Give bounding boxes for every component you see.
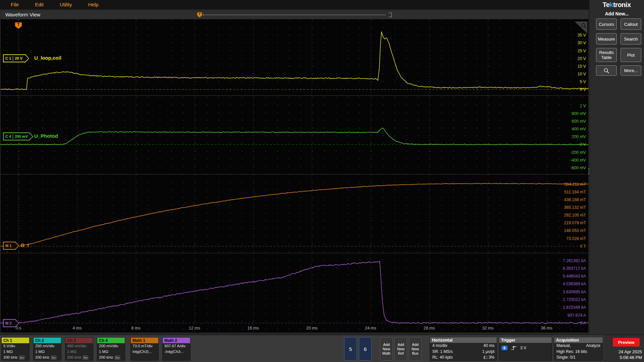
trace-m1 bbox=[1, 183, 588, 246]
scale-label: 800 mV bbox=[572, 111, 586, 116]
bottom-badge-math2[interactable]: Math 2907.67 A/div-Intg(Ch3... bbox=[162, 337, 191, 361]
callout-button[interactable]: Callout bbox=[621, 18, 641, 30]
record-end-bracket[interactable] bbox=[389, 13, 392, 17]
horizontal-setting: SR: 1 MS/s bbox=[432, 349, 453, 355]
badge-setting: 1 MΩ bbox=[97, 349, 125, 355]
menu-item-file[interactable]: File bbox=[3, 0, 27, 9]
search-button[interactable]: Search bbox=[621, 33, 641, 45]
channel-badge-c1[interactable]: C 120 V bbox=[3, 54, 29, 62]
panel-drag-handle[interactable] bbox=[588, 168, 589, 169]
trace-label-u-photod: U_Photod bbox=[34, 133, 58, 139]
channel-slot-6[interactable]: 6 bbox=[359, 337, 372, 361]
horizontal-setting: 1 μs/pt bbox=[482, 349, 494, 355]
bottom-badge-ch1[interactable]: Ch 15 V/div1 MΩ200 kHzBw bbox=[1, 337, 30, 361]
scale-label: 25 V bbox=[578, 49, 586, 53]
scale-label: 438.158 mT bbox=[564, 197, 586, 202]
scale-label: 1 V bbox=[580, 104, 586, 108]
add-new-label: Add New... bbox=[590, 11, 644, 16]
menu-item-utility[interactable]: Utility bbox=[52, 0, 80, 9]
acquisition-panel[interactable]: Acquisition Manual,Analyze High Res: 16 … bbox=[554, 337, 603, 361]
zoom-tool-button[interactable] bbox=[596, 65, 617, 76]
bottom-badge-ch2[interactable]: Ch 2250 mV/div1 MΩ200 kHzBw bbox=[33, 337, 61, 361]
waveform-display[interactable]: 0 s4 ms8 ms12 ms16 ms20 ms24 ms28 ms32 m… bbox=[1, 19, 588, 333]
bandwidth-limit-badge: Bw bbox=[83, 356, 88, 360]
badge-setting: 1 MΩ bbox=[2, 349, 29, 355]
add-button-line: Math bbox=[382, 351, 390, 356]
x-axis-label: 28 ms bbox=[424, 326, 435, 330]
scale-label: 30 V bbox=[578, 41, 586, 45]
scale-label: 907.674 A bbox=[568, 313, 586, 318]
scale-label: 4.538369 kA bbox=[563, 282, 586, 286]
add-new-math-button[interactable]: AddNewMath bbox=[380, 337, 393, 361]
badge-channel-label: C 1 bbox=[5, 56, 11, 60]
scale-label: 5.446043 kA bbox=[563, 274, 586, 279]
acq-analyze: Analyze bbox=[586, 343, 600, 349]
add-new-bus-button[interactable]: AddNewBus bbox=[409, 337, 422, 361]
bottom-badge-ch3[interactable]: Ch 3450 mV/div1 MΩ200 kHzBw bbox=[65, 337, 93, 361]
more--button[interactable]: More... bbox=[621, 65, 641, 76]
scale-label: 0 V bbox=[580, 87, 586, 92]
cursors-button[interactable]: Cursors bbox=[596, 18, 617, 30]
magnifier-icon bbox=[603, 67, 610, 74]
badge-title: Ch 3 bbox=[65, 338, 93, 343]
scale-label: 20 V bbox=[578, 56, 586, 61]
zoom-corner-button[interactable] bbox=[574, 21, 587, 34]
scale-label: 7.261391 kA bbox=[563, 258, 586, 263]
scale-label: 200 mV bbox=[572, 134, 586, 139]
channel-slot-5[interactable]: 5 bbox=[344, 337, 357, 361]
record-trigger-marker-icon[interactable]: T bbox=[197, 12, 202, 17]
badge-setting: 200 kHzBw bbox=[65, 355, 93, 361]
scale-label: 5 V bbox=[580, 79, 586, 84]
x-axis-label: 16 ms bbox=[248, 326, 259, 330]
trace-c1 bbox=[1, 32, 588, 90]
horizontal-panel[interactable]: Horizontal 4 ms/div40 msSR: 1 MS/s1 μs/p… bbox=[430, 337, 497, 361]
horizontal-setting: 4 ms/div bbox=[432, 343, 447, 349]
badge-setting: -Intg(Ch3... bbox=[163, 349, 190, 355]
trigger-level: 3 V bbox=[520, 346, 526, 350]
bottom-badge-math1[interactable]: Math 173.0 mT/divIntg(Ch2)... bbox=[130, 337, 159, 361]
trace-label-u-loop-coil: U_loop,coil bbox=[34, 55, 61, 61]
add-button-line: Bus bbox=[412, 351, 419, 356]
plot-button[interactable]: Plot bbox=[621, 48, 641, 62]
results-table-button[interactable]: Results Table bbox=[596, 48, 617, 62]
measure-button[interactable]: Measure bbox=[596, 33, 617, 45]
horizontal-setting: RL: 40 kpts bbox=[432, 355, 453, 361]
trigger-panel[interactable]: Trigger 6 3 V bbox=[499, 337, 552, 361]
x-axis-label: 4 ms bbox=[72, 326, 82, 330]
add-new-ref-button[interactable]: AddNewRef bbox=[394, 337, 407, 361]
badge-setting: 907.67 A/div bbox=[163, 343, 190, 349]
bottom-badge-ch4[interactable]: Ch 4200 mV/div1 MΩ200 kHzBw bbox=[97, 337, 125, 361]
scale-label: 0 T bbox=[580, 244, 586, 249]
scale-label: -200 mV bbox=[571, 150, 586, 155]
badge-setting: 5 V/div bbox=[2, 343, 29, 349]
add-button-line: New bbox=[383, 347, 390, 351]
scale-label: 6.353717 kA bbox=[563, 266, 586, 271]
waveform-svg: 0 s4 ms8 ms12 ms16 ms20 ms24 ms28 ms32 m… bbox=[1, 19, 588, 333]
trace-m2 bbox=[1, 261, 588, 323]
record-view-map[interactable]: T bbox=[197, 12, 392, 18]
badge-channel-label: C 4 bbox=[5, 134, 11, 138]
acq-single: Single: 0/1 bbox=[556, 355, 576, 361]
trigger-source-badge: 6 bbox=[501, 346, 507, 350]
add-button-line: Add bbox=[412, 343, 419, 347]
logo-accent: k bbox=[609, 1, 613, 8]
badge-setting: 1 MΩ bbox=[34, 349, 61, 355]
horizontal-position-icon bbox=[484, 356, 487, 359]
badge-title: Math 1 bbox=[131, 338, 158, 343]
acquisition-title: Acquisition bbox=[554, 337, 603, 343]
scale-label: 35 V bbox=[578, 33, 586, 38]
add-button-line: Ref bbox=[398, 351, 404, 356]
tektronix-logo: Tektronix bbox=[602, 1, 631, 9]
scale-label: 2.723022 kA bbox=[563, 297, 586, 302]
menu-item-edit[interactable]: Edit bbox=[27, 0, 52, 9]
scale-label: 600 mV bbox=[572, 119, 586, 124]
channel-badge-c4[interactable]: C 4200 mV bbox=[3, 132, 33, 140]
x-axis-label: 36 ms bbox=[541, 326, 552, 330]
bandwidth-limit-badge: Bw bbox=[19, 356, 24, 360]
menu-item-help[interactable]: Help bbox=[80, 0, 107, 9]
preview-button[interactable]: Preview bbox=[613, 338, 640, 347]
record-rail[interactable] bbox=[203, 15, 386, 15]
x-axis-label: 20 ms bbox=[306, 326, 318, 330]
bandwidth-limit-badge: Bw bbox=[115, 356, 120, 360]
badge-title: Ch 4 bbox=[97, 338, 125, 343]
